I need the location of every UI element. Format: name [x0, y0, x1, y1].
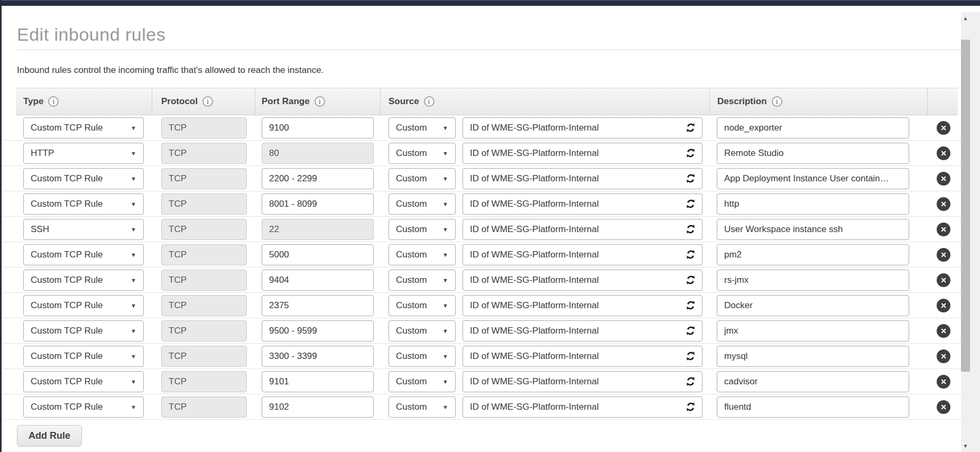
type-select[interactable]: Custom TCP Rule ▼	[23, 320, 144, 342]
refresh-icon[interactable]	[685, 147, 696, 159]
refresh-icon[interactable]	[685, 300, 696, 311]
add-rule-button[interactable]: Add Rule	[17, 425, 82, 447]
refresh-icon[interactable]	[685, 122, 696, 133]
source-value-input[interactable]	[470, 224, 685, 235]
source-field[interactable]	[463, 219, 702, 240]
source-mode-select[interactable]: Custom ▼	[389, 320, 456, 342]
type-select[interactable]: Custom TCP Rule ▼	[23, 371, 144, 392]
refresh-icon[interactable]	[685, 173, 696, 184]
port-range-input[interactable]	[262, 320, 374, 342]
scrollbar-up-arrow-icon[interactable]: ▲	[961, 15, 970, 21]
delete-rule-button[interactable]: ✕	[937, 223, 950, 236]
description-input[interactable]	[717, 117, 909, 139]
source-field[interactable]	[463, 168, 702, 189]
delete-rule-button[interactable]: ✕	[937, 349, 950, 363]
source-field[interactable]	[463, 244, 702, 265]
vertical-scrollbar[interactable]: ▲ ▼	[961, 12, 980, 452]
source-field[interactable]	[463, 295, 702, 316]
source-value-input[interactable]	[470, 148, 685, 159]
description-input[interactable]	[717, 396, 909, 418]
description-input[interactable]	[717, 219, 909, 240]
delete-rule-button[interactable]: ✕	[937, 273, 950, 287]
source-value-input[interactable]	[470, 376, 685, 387]
refresh-icon[interactable]	[685, 325, 696, 336]
source-value-input[interactable]	[470, 402, 685, 412]
description-input[interactable]	[717, 270, 909, 291]
source-value-input[interactable]	[470, 199, 685, 209]
info-icon[interactable]: i	[772, 96, 782, 107]
source-mode-select[interactable]: Custom ▼	[389, 193, 456, 215]
source-mode-select[interactable]: Custom ▼	[389, 117, 456, 139]
source-mode-select[interactable]: Custom ▼	[389, 295, 456, 316]
source-field[interactable]	[463, 396, 702, 418]
delete-rule-button[interactable]: ✕	[937, 146, 950, 160]
type-select[interactable]: Custom TCP Rule ▼	[23, 244, 144, 265]
description-input[interactable]	[717, 295, 909, 316]
delete-rule-button[interactable]: ✕	[937, 299, 950, 312]
port-range-input[interactable]	[262, 371, 374, 392]
source-mode-select[interactable]: Custom ▼	[389, 168, 456, 189]
port-range-input[interactable]	[262, 244, 374, 265]
source-mode-select[interactable]: Custom ▼	[389, 270, 456, 291]
source-field[interactable]	[463, 193, 702, 215]
delete-rule-button[interactable]: ✕	[937, 197, 950, 211]
port-range-input[interactable]	[262, 117, 374, 139]
source-value-input[interactable]	[470, 173, 685, 184]
description-input[interactable]	[717, 143, 909, 164]
source-field[interactable]	[463, 320, 702, 342]
scrollbar-down-arrow-icon[interactable]: ▼	[961, 443, 970, 449]
source-field[interactable]	[463, 117, 702, 139]
refresh-icon[interactable]	[685, 401, 696, 412]
source-field[interactable]	[463, 270, 702, 291]
description-input[interactable]	[717, 193, 909, 215]
delete-rule-button[interactable]: ✕	[937, 172, 950, 186]
delete-rule-button[interactable]: ✕	[937, 248, 950, 262]
port-range-input[interactable]	[262, 295, 374, 316]
type-select[interactable]: Custom TCP Rule ▼	[23, 193, 144, 215]
delete-rule-button[interactable]: ✕	[937, 324, 950, 338]
source-value-input[interactable]	[470, 250, 685, 260]
source-value-input[interactable]	[470, 351, 685, 362]
description-input[interactable]	[717, 320, 909, 342]
type-select[interactable]: Custom TCP Rule ▼	[23, 396, 144, 418]
port-range-input[interactable]	[262, 270, 374, 291]
info-icon[interactable]: i	[48, 96, 59, 107]
description-input[interactable]	[717, 346, 909, 367]
source-value-input[interactable]	[470, 275, 685, 285]
port-range-input[interactable]	[262, 346, 374, 367]
type-select[interactable]: Custom TCP Rule ▼	[23, 295, 144, 316]
type-select[interactable]: Custom TCP Rule ▼	[23, 117, 144, 139]
port-range-input[interactable]	[262, 168, 374, 189]
delete-rule-button[interactable]: ✕	[937, 375, 950, 389]
description-input[interactable]	[717, 244, 909, 265]
source-mode-select[interactable]: Custom ▼	[389, 244, 456, 265]
type-select[interactable]: Custom TCP Rule ▼	[23, 168, 144, 189]
delete-rule-button[interactable]: ✕	[937, 121, 950, 135]
type-select[interactable]: Custom TCP Rule ▼	[23, 270, 144, 291]
refresh-icon[interactable]	[685, 350, 696, 362]
delete-rule-button[interactable]: ✕	[937, 400, 950, 414]
info-icon[interactable]: i	[315, 96, 325, 107]
info-icon[interactable]: i	[424, 96, 434, 107]
info-icon[interactable]: i	[202, 96, 213, 107]
refresh-icon[interactable]	[685, 224, 696, 235]
refresh-icon[interactable]	[685, 198, 696, 209]
source-field[interactable]	[463, 346, 702, 367]
refresh-icon[interactable]	[685, 274, 696, 285]
scrollbar-thumb[interactable]	[961, 40, 970, 372]
refresh-icon[interactable]	[685, 376, 696, 387]
source-field[interactable]	[463, 143, 702, 164]
port-range-input[interactable]	[262, 396, 374, 418]
source-value-input[interactable]	[470, 123, 685, 133]
source-mode-select[interactable]: Custom ▼	[389, 143, 456, 164]
source-field[interactable]	[463, 371, 702, 392]
source-mode-select[interactable]: Custom ▼	[389, 219, 456, 240]
description-input[interactable]	[717, 168, 909, 189]
refresh-icon[interactable]	[685, 249, 696, 260]
description-input[interactable]	[717, 371, 909, 392]
source-value-input[interactable]	[470, 300, 685, 311]
type-select[interactable]: SSH ▼	[23, 219, 144, 240]
port-range-input[interactable]	[262, 193, 374, 215]
source-mode-select[interactable]: Custom ▼	[389, 346, 456, 367]
source-mode-select[interactable]: Custom ▼	[389, 371, 456, 392]
